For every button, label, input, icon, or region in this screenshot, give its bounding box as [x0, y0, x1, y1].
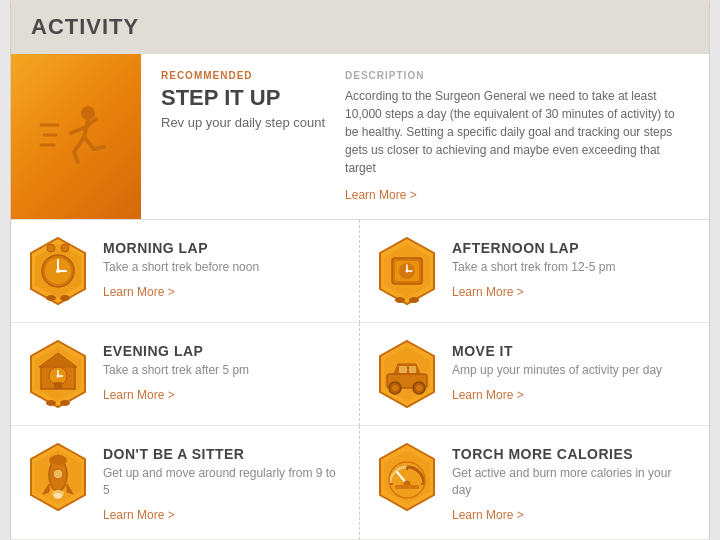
svg-line-10 — [94, 147, 104, 149]
learn-more-5[interactable]: Learn More > — [452, 508, 524, 522]
grid-item: MORNING LAP Take a short trek before noo… — [11, 220, 360, 323]
item-title-1: AFTERNOON LAP — [452, 240, 693, 256]
featured-section: RECOMMENDED STEP IT UP Rev up your daily… — [11, 54, 709, 220]
running-person-icon — [36, 97, 116, 177]
grid-item: TORCH MORE CALORIES Get active and burn … — [360, 426, 709, 540]
featured-title: STEP IT UP — [161, 85, 325, 111]
svg-point-42 — [60, 400, 70, 406]
svg-point-19 — [61, 244, 69, 252]
svg-line-9 — [84, 137, 94, 149]
description-label: DESCRIPTION — [345, 70, 689, 81]
item-desc-1: Take a short trek from 12-5 pm — [452, 259, 693, 276]
item-content-1: AFTERNOON LAP Take a short trek from 12-… — [452, 236, 693, 300]
featured-description: According to the Surgeon General we need… — [345, 87, 689, 177]
svg-point-39 — [57, 375, 60, 378]
recommended-label: RECOMMENDED — [161, 70, 325, 81]
item-content-5: TORCH MORE CALORIES Get active and burn … — [452, 442, 693, 523]
item-desc-0: Take a short trek before noon — [103, 259, 343, 276]
item-title-2: EVENING LAP — [103, 343, 343, 359]
main-container: ACTIVITY — [10, 0, 710, 540]
svg-rect-48 — [409, 366, 416, 373]
item-desc-4: Get up and move around regularly from 9 … — [103, 465, 343, 499]
svg-point-52 — [416, 385, 422, 391]
learn-more-4[interactable]: Learn More > — [103, 508, 175, 522]
learn-more-0[interactable]: Learn More > — [103, 285, 175, 299]
hexagon-icon-2 — [27, 339, 89, 409]
item-content-2: EVENING LAP Take a short trek after 5 pm… — [103, 339, 343, 403]
hexagon-icon-4 — [27, 442, 89, 512]
svg-point-17 — [56, 269, 60, 273]
hexagon-icon-3 — [376, 339, 438, 409]
learn-more-3[interactable]: Learn More > — [452, 388, 524, 402]
grid-item: DON'T BE A SITTER Get up and move around… — [11, 426, 360, 540]
svg-rect-71 — [395, 485, 419, 489]
svg-point-31 — [409, 297, 419, 303]
svg-point-3 — [81, 106, 95, 120]
hexagon-icon-5 — [376, 442, 438, 512]
svg-point-20 — [46, 295, 56, 301]
learn-more-1[interactable]: Learn More > — [452, 285, 524, 299]
activities-grid: MORNING LAP Take a short trek before noo… — [11, 220, 709, 540]
grid-item: EVENING LAP Take a short trek after 5 pm… — [11, 323, 360, 426]
featured-icon — [11, 54, 141, 219]
featured-content: RECOMMENDED STEP IT UP Rev up your daily… — [141, 54, 709, 219]
svg-point-62 — [54, 493, 62, 499]
item-desc-3: Amp up your minutes of activity per day — [452, 362, 693, 379]
featured-learn-more[interactable]: Learn More > — [345, 188, 417, 202]
svg-rect-40 — [54, 382, 62, 389]
item-content-0: MORNING LAP Take a short trek before noo… — [103, 236, 343, 300]
item-desc-5: Get active and burn more calories in you… — [452, 465, 693, 499]
hexagon-icon-1 — [376, 236, 438, 306]
svg-point-21 — [60, 295, 70, 301]
item-title-0: MORNING LAP — [103, 240, 343, 256]
svg-point-58 — [53, 469, 63, 479]
item-desc-2: Take a short trek after 5 pm — [103, 362, 343, 379]
learn-more-2[interactable]: Learn More > — [103, 388, 175, 402]
item-title-3: MOVE IT — [452, 343, 693, 359]
featured-subtitle: Rev up your daily step count — [161, 115, 325, 130]
item-content-3: MOVE IT Amp up your minutes of activity … — [452, 339, 693, 403]
featured-right: DESCRIPTION According to the Surgeon Gen… — [345, 70, 689, 203]
svg-rect-47 — [399, 366, 407, 373]
grid-item: AFTERNOON LAP Take a short trek from 12-… — [360, 220, 709, 323]
featured-left: RECOMMENDED STEP IT UP Rev up your daily… — [161, 70, 325, 203]
item-content-4: DON'T BE A SITTER Get up and move around… — [103, 442, 343, 523]
svg-point-50 — [392, 385, 398, 391]
item-title-5: TORCH MORE CALORIES — [452, 446, 693, 462]
svg-point-18 — [47, 244, 55, 252]
svg-point-29 — [406, 270, 409, 273]
grid-item: MOVE IT Amp up your minutes of activity … — [360, 323, 709, 426]
svg-point-41 — [46, 400, 56, 406]
svg-line-7 — [74, 137, 84, 152]
svg-line-8 — [74, 152, 78, 162]
page-title: ACTIVITY — [11, 0, 709, 54]
svg-point-30 — [395, 297, 405, 303]
hexagon-icon-0 — [27, 236, 89, 306]
item-title-4: DON'T BE A SITTER — [103, 446, 343, 462]
